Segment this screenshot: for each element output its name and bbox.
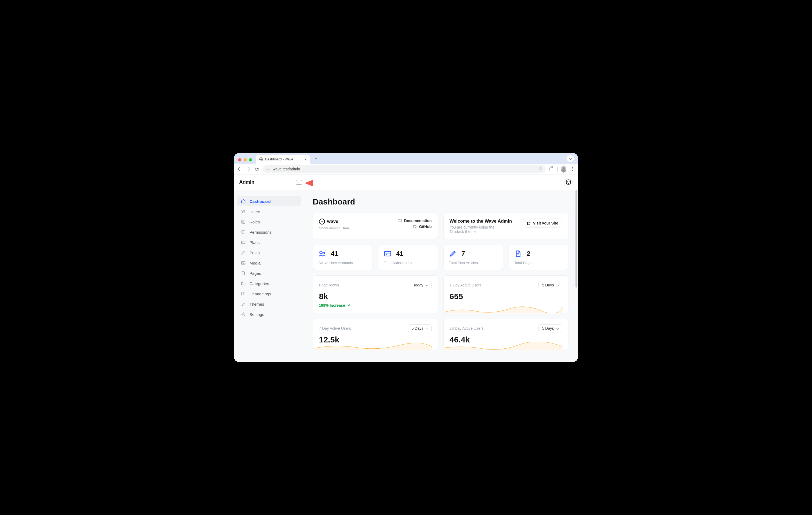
welcome-title: Welcome to the Wave Admin — [450, 219, 512, 224]
reload-button[interactable] — [254, 166, 260, 172]
callout-arrow-annotation — [304, 178, 351, 189]
welcome-subtitle: You are currently using the Tallstack th… — [450, 225, 509, 234]
stat-card-active-users: 41 Active User Accounts — [313, 245, 373, 270]
browser-tab[interactable]: Dashboard - Wave × — [256, 155, 310, 164]
metric-label: Page Views — [319, 283, 339, 287]
wave-version-text: Show Version Here. — [319, 226, 350, 230]
tab-list-button[interactable] — [567, 155, 574, 162]
stat-value: 41 — [396, 250, 404, 258]
sidebar-item-label: Changelogs — [250, 292, 271, 296]
stat-label: Active User Accounts — [318, 261, 367, 265]
maximize-window-button[interactable] — [249, 158, 252, 161]
tab-title: Dashboard - Wave — [265, 157, 293, 161]
range-dropdown[interactable]: 5 Days — [408, 324, 432, 332]
range-value: Today — [413, 283, 423, 287]
svg-point-13 — [320, 251, 322, 254]
github-link[interactable]: GitHub — [412, 224, 432, 229]
stat-value: 41 — [331, 250, 338, 258]
browser-menu-button[interactable] — [570, 166, 575, 172]
metric-card-1day-users: 1 Day Active Users 5 Days 655 — [443, 275, 569, 313]
metric-label: 1 Day Active Users — [450, 283, 482, 287]
sidebar-item-pages[interactable]: Pages — [237, 268, 301, 278]
metric-label: 28 Day Active Users — [450, 326, 484, 330]
chevron-down-icon — [426, 283, 429, 286]
visit-site-button[interactable]: Visit your Site — [523, 219, 562, 228]
sparkline — [443, 305, 562, 313]
users-icon — [241, 209, 246, 214]
stat-label: Total Post Articles — [449, 261, 498, 265]
svg-point-3 — [242, 210, 243, 212]
sidebar-item-label: Themes — [250, 302, 264, 306]
svg-point-4 — [244, 211, 245, 212]
sidebar-item-dashboard[interactable]: Dashboard — [237, 196, 301, 207]
address-bar[interactable]: wave.test/admin ☆ — [263, 165, 546, 173]
svg-point-2 — [569, 181, 570, 182]
sidebar-item-label: Posts — [250, 250, 260, 255]
back-button[interactable] — [237, 166, 242, 172]
metric-card-28day-users: 28 Day Active Users 5 Days 46.4k — [443, 319, 569, 350]
svg-point-1 — [567, 181, 568, 182]
github-icon — [412, 224, 417, 229]
browser-toolbar: wave.test/admin ☆ — [234, 164, 578, 174]
sidebar-item-plans[interactable]: Plans — [237, 237, 301, 247]
metric-trend: 199% Increase — [319, 303, 432, 307]
sidebar-item-label: Dashboard — [250, 199, 270, 204]
chevron-down-icon — [556, 283, 559, 286]
sidebar-item-settings[interactable]: Settings — [237, 309, 301, 320]
wave-name: wave — [327, 219, 339, 224]
browser-tab-strip: Dashboard - Wave × + — [234, 153, 578, 164]
stat-card-posts: 7 Total Post Articles — [443, 245, 503, 270]
sidebar-item-changelogs[interactable]: Changelogs — [237, 289, 301, 299]
sidebar-item-media[interactable]: Media — [237, 258, 301, 268]
toolbar-separator — [557, 167, 558, 171]
scrollbar[interactable] — [576, 190, 577, 288]
sidebar: Dashboard Users Roles Permissions Plans … — [234, 190, 303, 362]
range-dropdown[interactable]: 5 Days — [539, 281, 562, 289]
stat-value: 2 — [527, 250, 530, 258]
brand-title: Admin — [239, 179, 254, 185]
range-dropdown[interactable]: 5 Days — [539, 324, 562, 332]
sidebar-item-posts[interactable]: Posts — [237, 247, 301, 258]
sparkline — [313, 342, 432, 350]
chevron-down-icon — [556, 326, 559, 329]
site-settings-icon[interactable] — [266, 167, 270, 171]
metric-value: 655 — [450, 292, 562, 301]
wave-mark-icon: Ψ — [319, 219, 325, 224]
profile-button[interactable] — [561, 166, 566, 172]
sidebar-toggle-button[interactable] — [296, 180, 302, 185]
wave-logo: Ψ wave — [319, 219, 350, 224]
user-avatar[interactable] — [564, 178, 573, 187]
card-icon — [384, 250, 392, 258]
page-title: Dashboard — [313, 197, 569, 207]
new-tab-button[interactable]: + — [312, 155, 320, 163]
sidebar-item-label: Users — [250, 209, 260, 214]
paint-icon — [241, 302, 246, 306]
wave-info-card: Ψ wave Show Version Here. Documentation … — [313, 213, 438, 239]
book-open-icon — [398, 219, 402, 223]
sidebar-item-themes[interactable]: Themes — [237, 299, 301, 309]
documentation-link[interactable]: Documentation — [398, 219, 432, 223]
metric-card-page-views: Page Views Today 8k 199% Increase — [313, 275, 438, 313]
home-icon — [241, 199, 246, 204]
range-value: 5 Days — [542, 326, 554, 330]
range-value: 5 Days — [411, 326, 423, 330]
forward-button[interactable] — [246, 166, 251, 172]
welcome-card: Welcome to the Wave Admin You are curren… — [443, 213, 569, 239]
sidebar-item-users[interactable]: Users — [237, 207, 301, 217]
range-value: 5 Days — [542, 283, 554, 287]
sidebar-item-label: Media — [250, 261, 261, 265]
close-window-button[interactable] — [238, 158, 241, 161]
extensions-button[interactable] — [549, 166, 554, 172]
visit-site-button-label: Visit your Site — [533, 221, 558, 225]
globe-icon — [259, 157, 263, 161]
bookmark-icon[interactable]: ☆ — [539, 166, 542, 171]
trend-text: 199% Increase — [319, 303, 345, 307]
minimize-window-button[interactable] — [243, 158, 247, 161]
sidebar-item-permissions[interactable]: Permissions — [237, 227, 301, 237]
sidebar-item-roles[interactable]: Roles — [237, 217, 301, 227]
range-dropdown[interactable]: Today — [410, 281, 432, 289]
shield-icon — [241, 229, 246, 235]
window-controls — [236, 158, 254, 164]
close-tab-button[interactable]: × — [304, 157, 307, 162]
sidebar-item-categories[interactable]: Categories — [237, 278, 301, 289]
